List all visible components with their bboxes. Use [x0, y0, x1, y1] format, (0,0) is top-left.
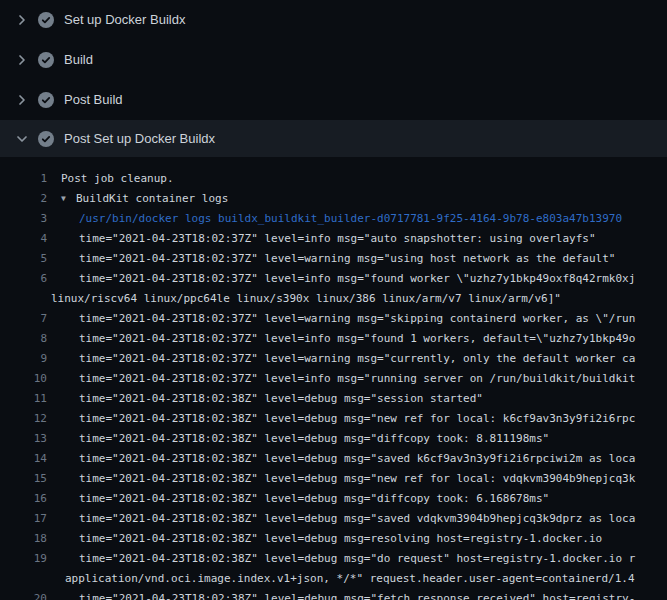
log-line-text: time="2021-04-23T18:02:37Z" level=warnin… — [79, 249, 615, 269]
log-line-number[interactable]: 6 — [0, 269, 47, 289]
step-header-set-up-docker-buildx[interactable]: Set up Docker Buildx — [0, 0, 667, 40]
log-line-number[interactable]: 12 — [0, 409, 47, 429]
log-line-text: /usr/bin/docker logs buildx_buildkit_bui… — [79, 209, 622, 229]
log-line: 13 time="2021-04-23T18:02:38Z" level=deb… — [0, 429, 667, 449]
log-line-text: Post job cleanup. — [61, 169, 174, 189]
log-line-text: time="2021-04-23T18:02:38Z" level=debug … — [79, 489, 549, 509]
log-line: 2 ▼ BuildKit container logs — [0, 189, 667, 209]
step-header-post-set-up-docker-buildx[interactable]: Post Set up Docker Buildx — [0, 120, 667, 157]
log-line-number[interactable]: 13 — [0, 429, 47, 449]
log-line-text: time="2021-04-23T18:02:38Z" level=debug … — [79, 529, 602, 549]
log-line-number[interactable]: 9 — [0, 349, 47, 369]
success-check-icon — [38, 92, 54, 108]
step-title: Post Set up Docker Buildx — [64, 131, 215, 147]
log-line: 11 time="2021-04-23T18:02:38Z" level=deb… — [0, 389, 667, 409]
log-line: 14 time="2021-04-23T18:02:38Z" level=deb… — [0, 449, 667, 469]
log-line-number[interactable]: 20 — [0, 589, 47, 600]
success-check-icon — [38, 12, 54, 28]
log-line: application/vnd.oci.image.index.v1+json,… — [0, 569, 667, 589]
log-line-text: time="2021-04-23T18:02:38Z" level=debug … — [79, 549, 635, 569]
log-line-text: time="2021-04-23T18:02:37Z" level=info m… — [79, 369, 635, 389]
step-title: Post Build — [64, 92, 123, 108]
log-line: 10 time="2021-04-23T18:02:37Z" level=inf… — [0, 369, 667, 389]
log-line-text: time="2021-04-23T18:02:38Z" level=debug … — [79, 409, 635, 429]
log-line-text: time="2021-04-23T18:02:38Z" level=debug … — [79, 589, 635, 600]
log-line: 3 /usr/bin/docker logs buildx_buildkit_b… — [0, 209, 667, 229]
log-line: 1 Post job cleanup. — [0, 169, 667, 189]
log-line: 6 time="2021-04-23T18:02:37Z" level=info… — [0, 269, 667, 289]
log-line-text: linux/riscv64 linux/ppc64le linux/s390x … — [51, 289, 561, 309]
success-check-icon — [38, 131, 54, 147]
log-line: 5 time="2021-04-23T18:02:37Z" level=warn… — [0, 249, 667, 269]
step-list: Set up Docker Buildx Build Post Buil — [0, 0, 667, 157]
step-title: Set up Docker Buildx — [64, 12, 185, 28]
log-line-text: BuildKit container logs — [76, 189, 228, 209]
step-header-post-build[interactable]: Post Build — [0, 80, 667, 120]
log-line-text: time="2021-04-23T18:02:38Z" level=debug … — [79, 469, 635, 489]
log-line: 17 time="2021-04-23T18:02:38Z" level=deb… — [0, 509, 667, 529]
log-line-number[interactable]: 1 — [0, 169, 47, 189]
log-line-text: time="2021-04-23T18:02:38Z" level=debug … — [79, 449, 635, 469]
log-output: 1 Post job cleanup. 2 ▼ BuildKit contain… — [0, 157, 667, 600]
log-line-number[interactable]: 16 — [0, 489, 47, 509]
log-line-number[interactable]: 14 — [0, 449, 47, 469]
log-line-number[interactable]: 17 — [0, 509, 47, 529]
log-line: 15 time="2021-04-23T18:02:38Z" level=deb… — [0, 469, 667, 489]
log-line-number[interactable]: 8 — [0, 329, 47, 349]
log-line-text: time="2021-04-23T18:02:37Z" level=info m… — [79, 269, 635, 289]
log-line-text: time="2021-04-23T18:02:37Z" level=warnin… — [79, 309, 635, 329]
log-line: 20 time="2021-04-23T18:02:38Z" level=deb… — [0, 589, 667, 600]
log-line: 19 time="2021-04-23T18:02:38Z" level=deb… — [0, 549, 667, 569]
log-line-number[interactable]: 5 — [0, 249, 47, 269]
log-line-number[interactable]: 18 — [0, 529, 47, 549]
chevron-icon — [14, 131, 30, 147]
log-line-text: time="2021-04-23T18:02:38Z" level=debug … — [79, 509, 635, 529]
chevron-icon — [14, 52, 30, 68]
log-line-number[interactable]: 19 — [0, 549, 47, 569]
log-line-number[interactable]: 7 — [0, 309, 47, 329]
chevron-icon — [14, 92, 30, 108]
log-line: 16 time="2021-04-23T18:02:38Z" level=deb… — [0, 489, 667, 509]
log-line: 12 time="2021-04-23T18:02:38Z" level=deb… — [0, 409, 667, 429]
log-line: 7 time="2021-04-23T18:02:37Z" level=warn… — [0, 309, 667, 329]
log-line-text: time="2021-04-23T18:02:37Z" level=info m… — [79, 229, 596, 249]
log-line-text: time="2021-04-23T18:02:37Z" level=info m… — [79, 329, 635, 349]
log-line: linux/riscv64 linux/ppc64le linux/s390x … — [0, 289, 667, 309]
success-check-icon — [38, 52, 54, 68]
log-line: 8 time="2021-04-23T18:02:37Z" level=info… — [0, 329, 667, 349]
log-line-text: application/vnd.oci.image.index.v1+json,… — [65, 569, 635, 589]
log-line: 9 time="2021-04-23T18:02:37Z" level=warn… — [0, 349, 667, 369]
log-line-number[interactable]: 10 — [0, 369, 47, 389]
step-header-build[interactable]: Build — [0, 40, 667, 80]
log-line-number[interactable]: 2 — [0, 189, 47, 209]
log-line-number[interactable]: 11 — [0, 389, 47, 409]
group-expander-icon[interactable]: ▼ — [61, 189, 70, 209]
log-line-text: time="2021-04-23T18:02:38Z" level=debug … — [79, 389, 483, 409]
log-line-number[interactable]: 15 — [0, 469, 47, 489]
step-title: Build — [64, 52, 93, 68]
workflow-log-viewer: Set up Docker Buildx Build Post Buil — [0, 0, 667, 600]
log-line-number[interactable]: 3 — [0, 209, 47, 229]
log-line-text: time="2021-04-23T18:02:38Z" level=debug … — [79, 429, 549, 449]
log-line: 4 time="2021-04-23T18:02:37Z" level=info… — [0, 229, 667, 249]
chevron-icon — [14, 12, 30, 28]
log-line-number[interactable]: 4 — [0, 229, 47, 249]
log-line: 18 time="2021-04-23T18:02:38Z" level=deb… — [0, 529, 667, 549]
log-line-text: time="2021-04-23T18:02:37Z" level=warnin… — [79, 349, 635, 369]
